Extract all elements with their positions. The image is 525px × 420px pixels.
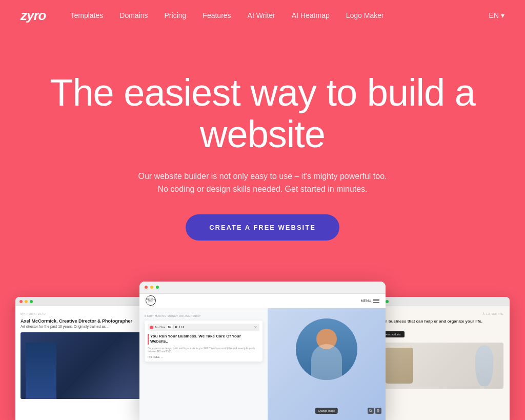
dot-yellow xyxy=(150,286,153,289)
browser-bar-right xyxy=(371,297,510,306)
start-label: START MAKING MONEY ONLINE TODAY xyxy=(145,314,262,317)
small-text: Our experts can design, build, and fix y… xyxy=(148,347,259,354)
menu-label: MENU xyxy=(360,299,371,303)
dot-green xyxy=(386,300,389,303)
italic-button[interactable]: I xyxy=(179,326,180,329)
dot-red xyxy=(19,300,23,303)
text-size-value: 16 xyxy=(167,325,172,329)
copy-icon[interactable]: ⧉ xyxy=(368,408,374,414)
portfolio-label: MY PORTFOLIO xyxy=(21,312,159,315)
toolbar-close-button[interactable]: ✕ xyxy=(254,325,257,330)
person-illustration xyxy=(296,318,357,380)
toolbar-separator xyxy=(173,325,174,329)
its-free-link[interactable]: IT'S FREE → xyxy=(148,355,259,358)
bold-button[interactable]: B xyxy=(175,326,177,329)
portfolio-description: Art director for the past 10 years. Orig… xyxy=(21,325,159,328)
bag-illustration xyxy=(385,348,413,384)
mockup-right: À LA MAIRIE ...run business that can hel… xyxy=(371,297,510,420)
brand-logo[interactable]: zyro xyxy=(21,8,46,24)
nav-ai-writer[interactable]: AI Writer xyxy=(248,11,275,19)
center-logo: UNDER THE MOON xyxy=(146,295,156,306)
dot-green xyxy=(156,286,159,289)
right-product-image xyxy=(377,343,503,389)
nav-logo-maker[interactable]: Logo Maker xyxy=(346,11,384,19)
delete-icon[interactable]: 🗑 xyxy=(375,408,381,414)
underline-button[interactable]: U xyxy=(181,326,184,329)
create-website-button[interactable]: CREATE A FREE WEBSITE xyxy=(186,214,339,241)
navigation: zyro Templates Domains Pricing Features … xyxy=(0,0,525,31)
chevron-down-icon: ▾ xyxy=(501,11,504,19)
dot-yellow xyxy=(25,300,28,303)
editable-text[interactable]: You Run Your Business. We Take Care Of Y… xyxy=(148,334,259,345)
portfolio-person xyxy=(26,343,56,399)
hero-subtitle: Our website builder is not only easy to … xyxy=(42,170,483,196)
hamburger-icon xyxy=(373,299,379,303)
nav-domains[interactable]: Domains xyxy=(119,11,148,19)
mockups-container: MY PORTFOLIO Axel McCormick, Creative Di… xyxy=(0,271,525,420)
center-right-panel: Change image ⧉ 🗑 xyxy=(268,308,386,420)
nav-templates[interactable]: Templates xyxy=(70,11,103,19)
language-selector[interactable]: EN ▾ xyxy=(489,11,504,19)
center-content: START MAKING MONEY ONLINE TODAY Text Siz… xyxy=(139,308,386,420)
right-label: À LA MAIRIE xyxy=(377,312,503,315)
nav-ai-heatmap[interactable]: AI Heatmap xyxy=(292,11,330,19)
mockup-right-body: À LA MAIRIE ...run business that can hel… xyxy=(371,306,510,420)
center-logo-circle: UNDER THE MOON xyxy=(146,295,156,306)
change-image-button[interactable]: Change image xyxy=(315,408,338,414)
center-mockup-nav: UNDER THE MOON MENU xyxy=(139,294,386,308)
hero-image: Change image ⧉ 🗑 xyxy=(268,308,386,420)
image-action-buttons: ⧉ 🗑 xyxy=(368,408,381,414)
hero-content: The easiest way to build a website Our w… xyxy=(32,31,493,261)
center-left-panel: START MAKING MONEY ONLINE TODAY Text Siz… xyxy=(139,308,268,420)
person-body xyxy=(311,344,342,380)
portfolio-name: Axel McCormick, Creative Director & Phot… xyxy=(21,318,159,324)
bottle-illustration xyxy=(475,345,493,386)
dot-green xyxy=(30,300,33,303)
browser-bar-center xyxy=(139,282,386,294)
nav-links: Templates Domains Pricing Features AI Wr… xyxy=(70,11,489,20)
hero-title: The easiest way to build a website xyxy=(42,72,483,155)
text-toolbar: Text Size 16 B I U ✕ xyxy=(148,324,259,331)
center-menu: MENU xyxy=(360,299,379,303)
portfolio-image xyxy=(21,332,159,399)
text-size-label: Text Size xyxy=(155,326,165,329)
nav-features[interactable]: Features xyxy=(203,11,231,19)
right-title: ...run business that can help er and org… xyxy=(377,318,503,324)
mockup-center-body: UNDER THE MOON MENU START MAKI xyxy=(139,294,386,420)
nav-pricing[interactable]: Pricing xyxy=(165,11,187,19)
dot-red xyxy=(145,286,148,289)
toolbar-color xyxy=(150,326,153,329)
hero-section: The easiest way to build a website Our w… xyxy=(0,0,525,420)
mockup-center: UNDER THE MOON MENU START MAKI xyxy=(139,282,386,420)
editing-box: Text Size 16 B I U ✕ You Run Your Busine… xyxy=(145,321,262,362)
